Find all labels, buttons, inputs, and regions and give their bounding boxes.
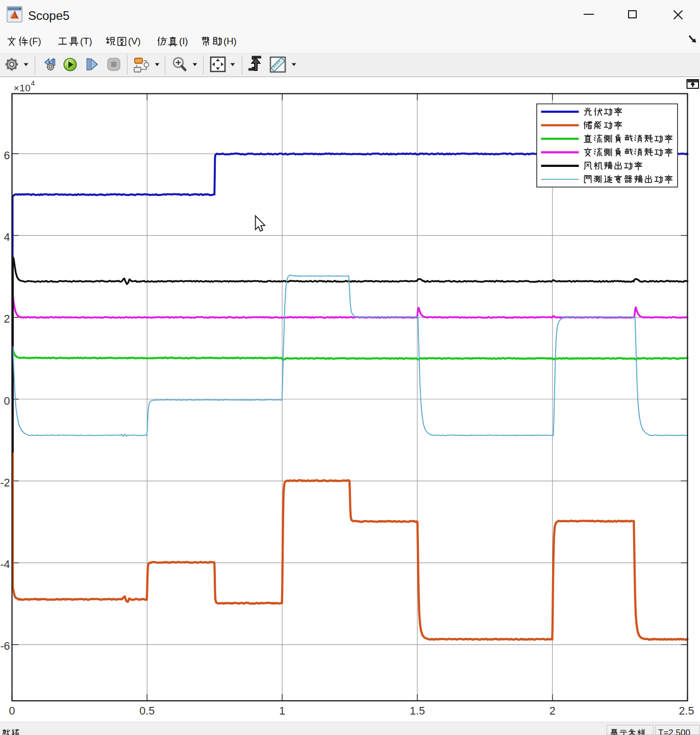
svg-text:1.5: 1.5 [410,705,425,717]
svg-text:-2: -2 [0,477,10,489]
svg-text:2: 2 [4,313,10,325]
svg-text:0: 0 [4,395,10,407]
svg-text:-6: -6 [0,640,10,652]
svg-text:1: 1 [279,705,285,717]
svg-text:4: 4 [31,79,35,87]
svg-text:6: 6 [4,150,10,162]
svg-text:2.5: 2.5 [679,705,694,717]
svg-text:-4: -4 [0,558,10,571]
svg-text:4: 4 [4,231,10,243]
svg-text:0.5: 0.5 [139,705,155,717]
svg-text:0: 0 [9,705,15,717]
svg-text:2: 2 [549,705,556,717]
svg-text:×10: ×10 [14,83,31,93]
